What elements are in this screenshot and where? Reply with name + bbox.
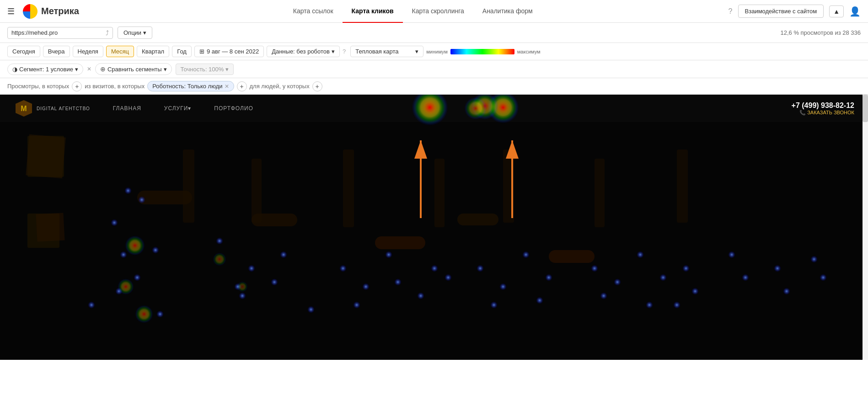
bar-shape-4 xyxy=(434,159,445,227)
heatmap-container: M DIGITAL АГЕНТСТВО ГЛАВНАЯ УСЛУГИ▾ ПОРТ… xyxy=(0,95,868,360)
site-order: 📞 ЗАКАЗАТЬ ЗВОНОК xyxy=(792,110,854,116)
accuracy-dropdown-icon: ▾ xyxy=(225,66,229,73)
heatmap-type-label: Тепловая карта xyxy=(355,48,398,55)
bar-shape-7 xyxy=(677,150,688,223)
compare-segments-button[interactable]: ⊕ Сравнить сегменты ▾ xyxy=(95,63,172,75)
visits-filter-label: из визитов, в которых xyxy=(85,83,145,90)
pill-shape-4 xyxy=(457,214,498,225)
url-toolbar: ⤴ Опции ▾ 12,6 % просмотров из 28 336 xyxy=(0,23,868,43)
views-filter-label: Просмотры, в которых xyxy=(7,83,69,90)
bar-shape-6 xyxy=(595,159,605,227)
segment-close-icon[interactable]: ✕ xyxy=(87,66,91,72)
filter-row: Сегодня Вчера Неделя Месяц Квартал Год ⊞… xyxy=(0,43,868,60)
add-visit-filter-button[interactable]: + xyxy=(237,81,247,91)
logo-text: Метрика xyxy=(41,6,79,16)
content-shape-4 xyxy=(36,213,64,241)
header-right: ? Взаимодействие с сайтом ▲ 👤 xyxy=(729,5,861,18)
options-button[interactable]: Опции ▾ xyxy=(118,27,152,39)
segment-row: ◑ Сегмент: 1 условие ▾ ✕ ⊕ Сравнить сегм… xyxy=(0,60,868,78)
bar-shape-3 xyxy=(343,150,354,227)
logo-circle xyxy=(23,4,38,19)
tab-form-analytics[interactable]: Аналитика форм xyxy=(473,0,542,23)
site-logo: M DIGITAL АГЕНТСТВО xyxy=(14,98,90,118)
help-icon[interactable]: ? xyxy=(729,7,733,16)
tab-click-map[interactable]: Карта кликов xyxy=(343,0,403,23)
accuracy-button[interactable]: Точность: 100% ▾ xyxy=(176,64,234,75)
data-type-dropdown[interactable]: Данные: без роботов ▾ xyxy=(267,46,340,57)
content-shape-2 xyxy=(26,134,66,179)
robot-filter-close[interactable]: ✕ xyxy=(225,83,229,90)
compare-label: Сравнить сегменты xyxy=(107,66,162,73)
user-icon[interactable]: 👤 xyxy=(849,6,861,17)
gradient-bar-visual xyxy=(450,49,514,54)
compare-icon: ⊕ xyxy=(100,65,106,73)
period-month[interactable]: Месяц xyxy=(106,46,134,57)
segment-label: Сегмент: 1 условие xyxy=(19,66,73,73)
site-nav-services: УСЛУГИ▾ xyxy=(164,105,192,112)
site-content-area xyxy=(0,122,863,360)
logo-area: ☰ Метрика xyxy=(7,4,79,19)
hamburger-icon[interactable]: ☰ xyxy=(7,6,15,16)
data-help-icon[interactable]: ? xyxy=(343,48,346,55)
site-nav-portfolio: ПОРТФОЛИО xyxy=(214,105,253,112)
stats-text: 12,6 % просмотров из 28 336 xyxy=(781,29,861,36)
tab-scroll-map[interactable]: Карта скроллинга xyxy=(403,0,473,23)
gradient-legend: минимум максимум xyxy=(426,49,540,54)
site-phone: +7 (499) 938-82-12 xyxy=(792,102,854,110)
period-quarter[interactable]: Квартал xyxy=(137,46,169,57)
accuracy-label: Точность: 100% xyxy=(181,66,224,73)
period-year[interactable]: Год xyxy=(172,46,192,57)
robot-filter-tag[interactable]: Роботность: Только люди ✕ xyxy=(147,81,234,91)
scroll-top-button[interactable]: ▲ xyxy=(829,5,844,17)
site-logo-icon: M xyxy=(14,98,34,118)
add-people-filter-button[interactable]: + xyxy=(312,81,322,91)
period-today[interactable]: Сегодня xyxy=(7,46,40,57)
gradient-max-label: максимум xyxy=(517,49,541,54)
people-filter-label: для людей, у которых xyxy=(250,83,310,90)
svg-text:M: M xyxy=(21,105,27,112)
date-range-button[interactable]: ⊞ 9 авг — 8 сен 2022 xyxy=(194,46,264,57)
add-view-filter-button[interactable]: + xyxy=(72,81,82,91)
filter-tags-row: Просмотры, в которых + из визитов, в кот… xyxy=(0,78,868,95)
segment-button[interactable]: ◑ Сегмент: 1 условие ▾ xyxy=(7,64,83,75)
url-input[interactable] xyxy=(11,29,103,36)
compare-dropdown-icon: ▾ xyxy=(164,66,167,73)
segment-icon: ◑ xyxy=(12,66,17,73)
heatmap-dropdown-icon: ▾ xyxy=(415,48,418,55)
site-nav-home: ГЛАВНАЯ xyxy=(113,105,141,112)
site-nav: ГЛАВНАЯ УСЛУГИ▾ ПОРТФОЛИО xyxy=(113,105,253,112)
date-range-text: 9 авг — 8 сен 2022 xyxy=(207,48,259,55)
segment-dropdown-icon: ▾ xyxy=(75,66,78,73)
main-nav: Карта ссылок Карта кликов Карта скроллин… xyxy=(97,0,729,23)
bar-shape-1 xyxy=(183,150,194,223)
tab-link-map[interactable]: Карта ссылок xyxy=(284,0,343,23)
bar-shape-5 xyxy=(503,150,514,223)
site-logo-text: DIGITAL АГЕНТСТВО xyxy=(37,106,90,111)
data-label: Данные: без роботов xyxy=(272,48,330,55)
scrollbar-thumb[interactable] xyxy=(863,95,868,122)
pill-shape-3 xyxy=(375,236,425,249)
period-yesterday[interactable]: Вчера xyxy=(43,46,70,57)
url-input-wrap: ⤴ xyxy=(7,27,113,39)
share-icon[interactable]: ⤴ xyxy=(106,29,109,37)
period-week[interactable]: Неделя xyxy=(73,46,103,57)
pill-shape-5 xyxy=(549,250,595,263)
site-header-simulation: M DIGITAL АГЕНТСТВО ГЛАВНАЯ УСЛУГИ▾ ПОРТ… xyxy=(0,95,868,122)
interaction-button[interactable]: Взаимодействие с сайтом xyxy=(738,5,824,18)
calendar-icon: ⊞ xyxy=(199,48,204,55)
site-contact: +7 (499) 938-82-12 📞 ЗАКАЗАТЬ ЗВОНОК xyxy=(792,102,854,116)
robot-filter-label: Роботность: Только люди xyxy=(152,83,222,90)
scrollbar-track xyxy=(863,95,868,360)
bar-shape-2 xyxy=(252,159,262,223)
main-header: ☰ Метрика Карта ссылок Карта кликов Карт… xyxy=(0,0,868,23)
gradient-min-label: минимум xyxy=(426,49,448,54)
dropdown-icon: ▾ xyxy=(332,48,335,55)
heatmap-type-select[interactable]: Тепловая карта ▾ xyxy=(350,46,423,57)
